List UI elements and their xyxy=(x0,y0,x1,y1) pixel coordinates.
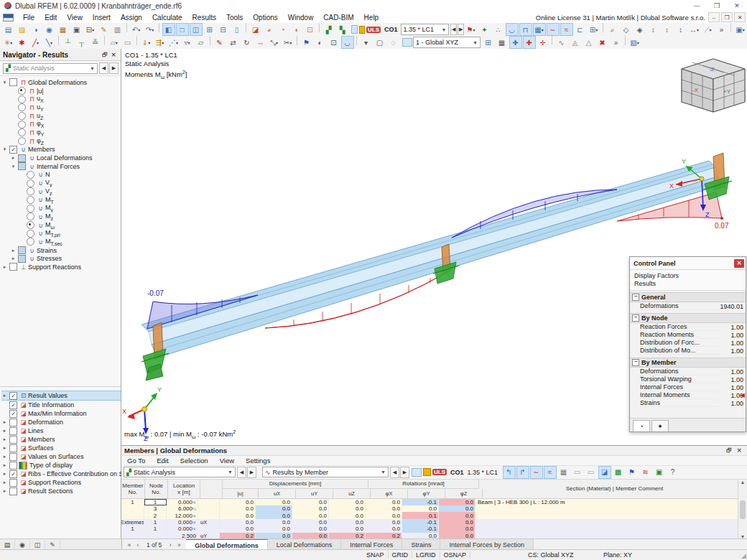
results-isolines-icon[interactable]: ◔ xyxy=(277,23,289,36)
printout-report-icon[interactable]: ▥ xyxy=(111,23,124,36)
select-pointer-icon[interactable]: ✳▾ xyxy=(2,36,15,49)
expand-icon[interactable]: ▸ xyxy=(1,488,8,494)
tree-radio[interactable] xyxy=(18,137,26,145)
show-deformed-icon[interactable]: ◡ xyxy=(341,36,354,49)
tree-item-vy[interactable]: ∪Vy xyxy=(1,179,121,187)
tree-item-mt[interactable]: ∪MT xyxy=(1,196,121,205)
table-view-detail-icon[interactable]: ▭ xyxy=(585,466,598,479)
option-checkbox[interactable]: ✓ xyxy=(9,410,17,418)
show-result-table-icon[interactable]: ▦▾ xyxy=(533,23,546,36)
mdi-restore-button[interactable]: ❒ xyxy=(721,12,733,22)
collapse-box-icon[interactable]: − xyxy=(632,314,639,322)
option-checkbox[interactable] xyxy=(9,479,17,487)
factor-value[interactable]: 1.00 xyxy=(719,368,746,375)
new-node-icon[interactable]: ✱ xyxy=(16,36,29,49)
new-line-load-icon[interactable]: ⋰▾ xyxy=(167,36,180,49)
menu-item-calculate[interactable]: Calculate xyxy=(147,14,187,22)
results-next-button[interactable]: ▶ xyxy=(400,467,409,478)
menu-item-help[interactable]: Help xyxy=(359,14,384,22)
factor-value[interactable]: 1.00 xyxy=(719,332,746,339)
edit-note-icon[interactable]: ✎ xyxy=(98,23,111,36)
status-toggle-osnap[interactable]: OSNAP xyxy=(440,551,471,559)
control-panel-header[interactable]: Control Panel ✕ xyxy=(630,257,746,270)
tree-radio[interactable] xyxy=(18,121,26,129)
isometric-view-icon[interactable]: ◇ xyxy=(620,23,633,36)
rendering-icon[interactable]: ✖ xyxy=(596,36,609,49)
next-load-case-button[interactable]: ▶ xyxy=(458,24,464,35)
mdi-minimize-button[interactable]: – xyxy=(708,12,720,22)
tree-item-internal-forces[interactable]: ▾∪Internal Forces xyxy=(1,162,121,171)
view-in-x-icon[interactable]: ↕ xyxy=(647,23,660,36)
annotation-icon[interactable]: ◬ xyxy=(569,36,582,49)
display-option-max-min-information[interactable]: ✓◪Max/Min Information xyxy=(1,409,121,418)
factor-value[interactable]: 1.00 xyxy=(719,324,746,331)
table-menu-edit[interactable]: Edit xyxy=(151,457,174,465)
tree-radio[interactable] xyxy=(27,230,34,238)
first-table-button[interactable]: « xyxy=(125,541,134,549)
tree-item-mω[interactable]: ∪Mω xyxy=(1,221,121,230)
new-opening-icon[interactable]: ▭ xyxy=(121,36,134,49)
window-single-icon[interactable]: ◧ xyxy=(162,23,175,36)
zoom-all-icon[interactable]: ⌕ xyxy=(606,24,619,37)
table-menu-view[interactable]: View xyxy=(214,457,240,465)
snap-settings-icon[interactable]: ✚ xyxy=(509,36,522,49)
option-checkbox[interactable] xyxy=(9,419,17,426)
tree-item-local-deformations[interactable]: ▸∪Local Deformations xyxy=(1,154,121,162)
tree-checkbox[interactable] xyxy=(18,255,26,263)
tree-radio[interactable] xyxy=(27,196,34,204)
collapse-icon[interactable]: ▾ xyxy=(1,146,8,152)
new-member-load-icon[interactable]: ⇶▾ xyxy=(154,36,167,49)
factor-value[interactable]: 1.00 xyxy=(719,384,746,391)
view-reverse-icon[interactable]: ↔▾ xyxy=(688,23,701,36)
show-internal-forces-icon[interactable]: ⊓ xyxy=(519,23,532,36)
expand-icon[interactable]: ▸ xyxy=(1,471,8,477)
import-model-icon[interactable]: ▤ xyxy=(2,23,15,36)
menu-item-cad-bim[interactable]: CAD-BIM xyxy=(318,14,358,22)
mirror-object-icon[interactable]: ⇔ xyxy=(254,36,267,49)
table-close-icon[interactable]: ✕ xyxy=(734,447,744,454)
select-special-icon[interactable]: ▾ xyxy=(360,36,373,49)
edit-guidelines-icon[interactable]: ✛ xyxy=(537,36,549,49)
display-option-ribs-effective-contribution-on-sur-[interactable]: ▸✓◪Ribs - Effective Contribution on Sur.… xyxy=(1,470,121,478)
tree-item-φz[interactable]: ΠφZ xyxy=(1,137,121,146)
dimension-icon[interactable]: ∿ xyxy=(555,36,568,49)
status-toggle-snap[interactable]: SNAP xyxy=(363,551,389,559)
load-combination-select[interactable]: 1.35 * LC1 ▼ xyxy=(401,24,450,35)
tree-item-mt-sec[interactable]: ∪MT,sec xyxy=(1,238,121,246)
tree-item--u-[interactable]: Π|u| xyxy=(1,87,121,95)
next-table-button[interactable]: › xyxy=(166,541,175,549)
tree-item-n[interactable]: ∪N xyxy=(1,171,121,179)
print-icon[interactable]: ⊟▾ xyxy=(84,23,97,36)
table-show-values-icon[interactable]: ≈ xyxy=(544,466,557,479)
column-header-section[interactable]: Section (Material) | Member Comment xyxy=(483,480,747,499)
menu-item-view[interactable]: View xyxy=(62,14,88,22)
tree-radio[interactable] xyxy=(18,129,26,136)
new-surface-load-icon[interactable]: ▿▾ xyxy=(181,36,194,49)
status-toggle-grid[interactable]: GRID xyxy=(389,551,413,559)
window-maximize-icon[interactable]: □ xyxy=(176,23,189,36)
column-header-Z[interactable]: φZ xyxy=(445,489,483,499)
factor-value[interactable]: 1.00 xyxy=(719,347,746,355)
expand-icon[interactable]: ▸ xyxy=(1,445,8,451)
save-icon[interactable]: ▣ xyxy=(70,23,83,36)
table-vertical-scrollbar[interactable]: ▲ ▼ xyxy=(738,480,747,539)
previous-analysis-button[interactable]: ◀ xyxy=(99,62,108,74)
factor-value[interactable]: 1940.01 xyxy=(719,303,746,310)
collapse-icon[interactable]: ▾ xyxy=(1,80,8,85)
project-manager-icon[interactable]: ▦ xyxy=(57,23,70,36)
new-line-support-icon[interactable]: ┬ xyxy=(75,36,88,49)
column-header-uX[interactable]: uX xyxy=(259,489,296,499)
tree-radio[interactable] xyxy=(18,112,26,120)
results-vectors-icon[interactable]: ◖ xyxy=(290,23,303,36)
column-header-uY[interactable]: uY xyxy=(296,489,333,499)
table-menu-selection[interactable]: Selection xyxy=(175,457,214,465)
option-checkbox[interactable] xyxy=(9,453,17,461)
navigator-tab-data-icon[interactable]: ▤ xyxy=(0,540,15,550)
factor-value[interactable]: 1.00 xyxy=(719,340,746,347)
calculate-all-icon[interactable]: ▚ xyxy=(336,23,349,36)
option-checkbox[interactable]: ✓ xyxy=(9,470,17,478)
option-checkbox[interactable] xyxy=(9,444,17,452)
scroll-up-icon[interactable]: ▲ xyxy=(741,480,746,485)
option-checkbox[interactable]: ✓ xyxy=(9,401,17,409)
close-button[interactable]: ✕ xyxy=(727,1,747,11)
